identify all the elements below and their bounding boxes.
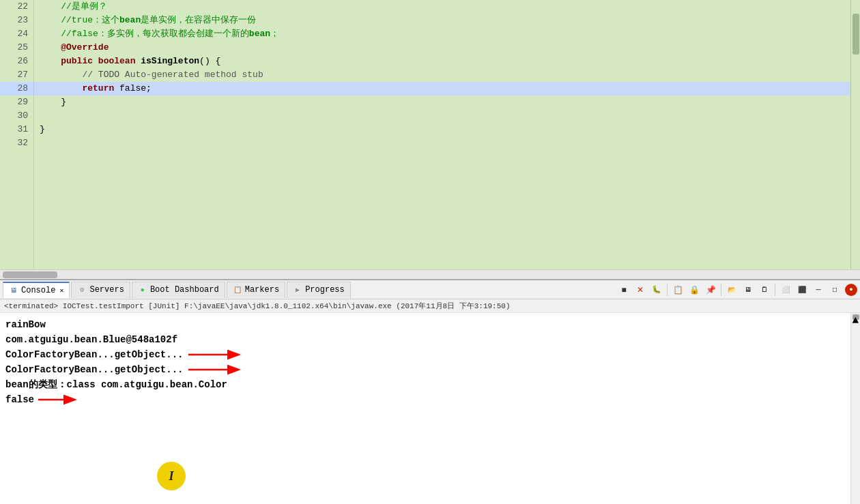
stop-button[interactable]: ■	[616, 282, 631, 297]
line-num-26: 26	[0, 55, 33, 68]
debug-button[interactable]: 🐛	[649, 282, 664, 297]
sep3	[775, 284, 775, 296]
tab-markers[interactable]: 📋 Markers	[227, 282, 285, 298]
console-line-2: com.atguigu.bean.Blue@548a102f	[5, 332, 845, 347]
tab-boot-dashboard[interactable]: ● Boot Dashboard	[132, 282, 225, 298]
open-button[interactable]: 📂	[724, 282, 739, 297]
line-num-30: 30	[0, 109, 33, 123]
line-num-27: 27	[0, 68, 33, 82]
sep1	[667, 284, 668, 296]
line-num-24: 24	[0, 27, 33, 41]
bottom-panel: 🖥 Console ✕ ⚙ Servers ● Boot Dashboard 📋…	[0, 279, 860, 504]
scroll-up-arrow[interactable]: ▲	[852, 314, 859, 320]
status-line: <terminated> IOCTest.testImport [JUnit] …	[0, 299, 860, 313]
line-num-32: 32	[0, 136, 33, 150]
new-button[interactable]: 🗒	[757, 282, 772, 297]
console-line-4: ColorFactoryBean...getObject...	[5, 362, 845, 377]
console-icon: 🖥	[9, 286, 18, 295]
tab-servers-label: Servers	[89, 285, 124, 295]
line-num-22: 22	[0, 0, 33, 14]
progress-icon: ▶	[293, 285, 302, 295]
console-line-6: false	[5, 392, 845, 407]
code-line-24: //false：多实例，每次获取都会创建一个新的bean；	[34, 27, 850, 41]
minimize-button[interactable]: ─	[811, 282, 826, 297]
notification-icon: ●	[845, 284, 857, 296]
tab-progress-label: Progress	[305, 285, 345, 295]
editor-h-scrollbar-thumb[interactable]	[3, 271, 57, 278]
console-line-3: ColorFactoryBean...getObject...	[5, 347, 845, 362]
markers-icon: 📋	[233, 285, 242, 295]
line-num-28: 28	[0, 82, 33, 95]
code-line-29: }	[34, 95, 850, 109]
tab-bar: 🖥 Console ✕ ⚙ Servers ● Boot Dashboard 📋…	[0, 280, 860, 299]
code-line-25: @Override	[34, 41, 850, 55]
toolbar-right: ■ ✕ 🐛 📋 🔒 📌 📂 🖥 🗒 ⬜ ⬛ ─ □ ●	[616, 282, 857, 297]
tab-console-close[interactable]: ✕	[59, 286, 63, 295]
tab-progress[interactable]: ▶ Progress	[287, 282, 351, 298]
line-num-31: 31	[0, 123, 33, 136]
code-line-31: }	[34, 123, 850, 136]
tab-boot-dashboard-label: Boot Dashboard	[150, 285, 219, 295]
editor-horizontal-scrollbar[interactable]	[0, 269, 860, 279]
cursor-label: I	[169, 469, 173, 484]
view-btn1[interactable]: ⬜	[778, 282, 793, 297]
lock-button[interactable]: 🔒	[687, 282, 702, 297]
monitor-button[interactable]: 🖥	[741, 282, 756, 297]
console-line-1: rainBow	[5, 317, 845, 332]
line-num-29: 29	[0, 95, 33, 109]
code-content[interactable]: //是单例？ //true：这个bean是单实例，在容器中保存一份 //fals…	[34, 0, 850, 269]
console-text-4: ColorFactoryBean...getObject...	[5, 362, 183, 377]
code-line-22: //是单例？	[34, 0, 850, 14]
tab-console-label: Console	[21, 286, 55, 295]
code-line-26: public boolean isSingleton() {	[34, 55, 850, 68]
console-output[interactable]: rainBow com.atguigu.bean.Blue@548a102f C…	[0, 313, 850, 504]
console-text-3: ColorFactoryBean...getObject...	[5, 347, 183, 362]
close-button[interactable]: ✕	[633, 282, 648, 297]
servers-icon: ⚙	[77, 285, 87, 295]
code-editor: 22 23 24 25 26 27 28 29 30 31 32 //是单例？ …	[0, 0, 860, 269]
line-num-25: 25	[0, 41, 33, 55]
copy-button[interactable]: 📋	[670, 282, 685, 297]
console-area: rainBow com.atguigu.bean.Blue@548a102f C…	[0, 313, 860, 504]
red-arrow-2	[188, 362, 243, 377]
tab-markers-label: Markers	[245, 285, 279, 295]
code-line-30	[34, 109, 850, 123]
console-text-6: false	[5, 392, 34, 407]
boot-dashboard-icon: ●	[138, 285, 147, 295]
code-line-23: //true：这个bean是单实例，在容器中保存一份	[34, 14, 850, 27]
cursor-circle: I	[157, 462, 186, 490]
maximize-button[interactable]: □	[827, 282, 842, 297]
pin-button[interactable]: 📌	[703, 282, 718, 297]
tab-console[interactable]: 🖥 Console ✕	[3, 282, 70, 298]
sep2	[721, 284, 721, 296]
code-line-28: return false;	[34, 82, 850, 95]
editor-vertical-scrollbar[interactable]	[850, 0, 860, 269]
editor-scrollbar-thumb[interactable]	[852, 14, 859, 55]
code-line-27: // TODO Auto-generated method stub	[34, 68, 850, 82]
red-arrow-3	[38, 392, 79, 407]
view-btn2[interactable]: ⬛	[794, 282, 809, 297]
line-numbers: 22 23 24 25 26 27 28 29 30 31 32	[0, 0, 34, 269]
console-scrollbar-right[interactable]: ▲	[850, 313, 860, 504]
red-arrow-1	[188, 347, 243, 362]
tab-servers[interactable]: ⚙ Servers	[71, 282, 130, 298]
code-line-32	[34, 136, 850, 150]
console-line-5: bean的类型：class com.atguigu.bean.Color	[5, 377, 845, 392]
line-num-23: 23	[0, 14, 33, 27]
status-text: <terminated> IOCTest.testImport [JUnit] …	[4, 301, 511, 311]
